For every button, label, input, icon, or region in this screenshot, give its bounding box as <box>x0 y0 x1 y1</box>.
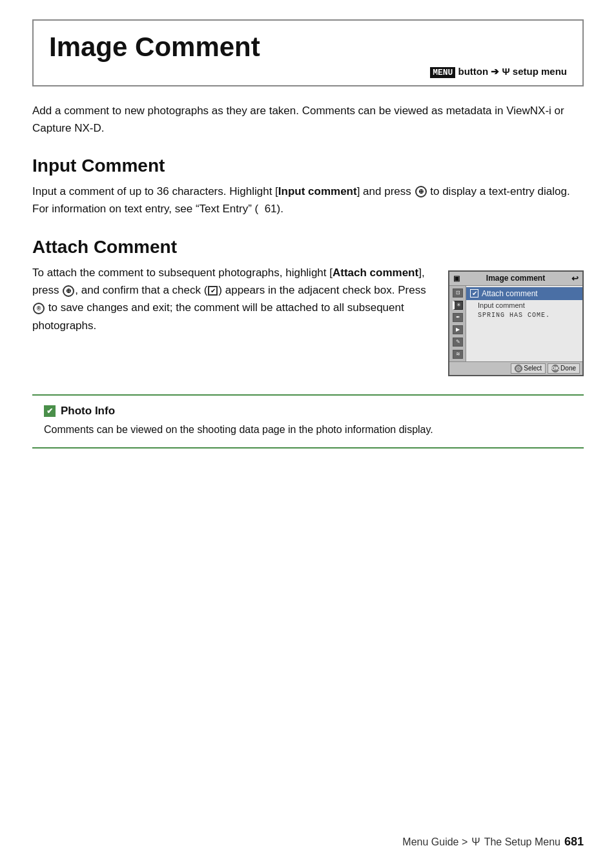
input-comment-title: Input Comment <box>32 156 584 176</box>
button-text: button <box>458 66 489 77</box>
setup-symbol: Ψ <box>502 66 513 77</box>
footer-section: The Setup Menu <box>484 836 560 848</box>
attach-comment-label: Attach comment <box>482 289 538 298</box>
input-comment-bold: Input comment <box>278 185 357 197</box>
select-icon: ⊙ <box>515 365 522 372</box>
input-comment-row: Input comment <box>466 300 582 310</box>
attach-comment-row: ✔ Attach comment <box>466 287 582 300</box>
note-title: ✔ Photo Info <box>44 405 572 418</box>
camera-menu-header: ▣ Image comment ↩ <box>449 272 582 286</box>
attach-text-p5: to save changes and exit; the comment wi… <box>32 301 404 331</box>
attach-text-p4: ) appears in the adjacent check box. Pre… <box>218 284 426 296</box>
camera-menu-icon: ▣ <box>453 274 460 283</box>
camera-menu-footer: ⊙ Select OK Done <box>449 361 582 375</box>
attach-circle-btn: ⊕ <box>63 285 74 297</box>
page: Image Comment MENU button ➔ Ψ setup menu… <box>0 0 616 868</box>
footer-setup-symbol: Ψ <box>471 836 480 848</box>
arrow-icon: ➔ <box>491 66 499 77</box>
sidebar-icon-1: ⊡ <box>453 288 463 298</box>
attach-comment-title: Attach Comment <box>32 237 584 257</box>
done-icon: OK <box>551 365 559 372</box>
input-circle-btn: ⊕ <box>415 186 427 197</box>
sidebar-icon-2: ✳ <box>453 301 463 310</box>
menu-path: MENU button ➔ Ψ setup menu <box>49 66 567 77</box>
checkbox-icon: ✔ <box>208 286 218 296</box>
page-title: Image Comment <box>49 32 567 62</box>
sidebar-icon-4: ▶ <box>453 325 463 334</box>
input-text-part1: Input a comment of up to 36 characters. … <box>32 185 278 197</box>
select-btn: ⊙ Select <box>511 363 546 374</box>
attach-checkbox: ✔ <box>470 289 478 298</box>
note-heading: Photo Info <box>61 405 115 418</box>
attach-text-col: To attach the comment to subsequent phot… <box>32 264 435 334</box>
attach-comment-text: To attach the comment to subsequent phot… <box>32 264 435 334</box>
done-label: Done <box>560 365 576 372</box>
select-label: Select <box>524 365 542 372</box>
sidebar-icon-5: ✎ <box>453 338 463 347</box>
camera-menu-content: ⊡ ✳ ✒ ▶ ✎ ≋ ✔ Attach comment Input comme <box>449 286 582 361</box>
setup-text: setup menu <box>513 66 567 77</box>
attach-comment-body: To attach the comment to subsequent phot… <box>32 264 584 376</box>
note-text: Comments can be viewed on the shooting d… <box>44 421 572 438</box>
sidebar-icon-6: ≋ <box>453 350 463 359</box>
sidebar-icons: ⊡ ✳ ✒ ▶ ✎ ≋ <box>449 286 466 361</box>
intro-text: Add a comment to new photographs as they… <box>32 102 584 137</box>
title-box: Image Comment MENU button ➔ Ψ setup menu <box>32 19 584 86</box>
note-box: ✔ Photo Info Comments can be viewed on t… <box>32 394 584 449</box>
attach-bold: Attach comment <box>333 267 418 279</box>
page-number: 681 <box>564 835 584 849</box>
back-arrow-icon: ↩ <box>571 274 579 283</box>
ok-circle-btn: ® <box>33 303 45 314</box>
input-text-part2: ] and press <box>357 185 411 197</box>
done-btn: OK Done <box>548 363 580 374</box>
footer-breadcrumb: Menu Guide > <box>402 836 467 848</box>
input-comment-text: Input a comment of up to 36 characters. … <box>32 183 584 217</box>
sidebar-icon-3: ✒ <box>453 313 463 322</box>
menu-items: ✔ Attach comment Input comment SPRING HA… <box>466 286 582 361</box>
attach-text-p3: , and confirm that a check ( <box>75 284 207 296</box>
camera-menu-screenshot: ▣ Image comment ↩ ⊡ ✳ ✒ ▶ ✎ ≋ <box>448 270 584 376</box>
page-footer: Menu Guide > Ψ The Setup Menu 681 <box>402 835 584 849</box>
note-check-icon: ✔ <box>44 405 56 417</box>
menu-word: MENU <box>430 67 455 78</box>
input-comment-section: Input Comment Input a comment of up to 3… <box>32 156 584 217</box>
attach-text-p1: To attach the comment to subsequent phot… <box>32 267 333 279</box>
attach-comment-section: Attach Comment To attach the comment to … <box>32 237 584 376</box>
spring-text: SPRING HAS COME. <box>466 310 582 320</box>
camera-menu-title: Image comment <box>486 274 545 283</box>
